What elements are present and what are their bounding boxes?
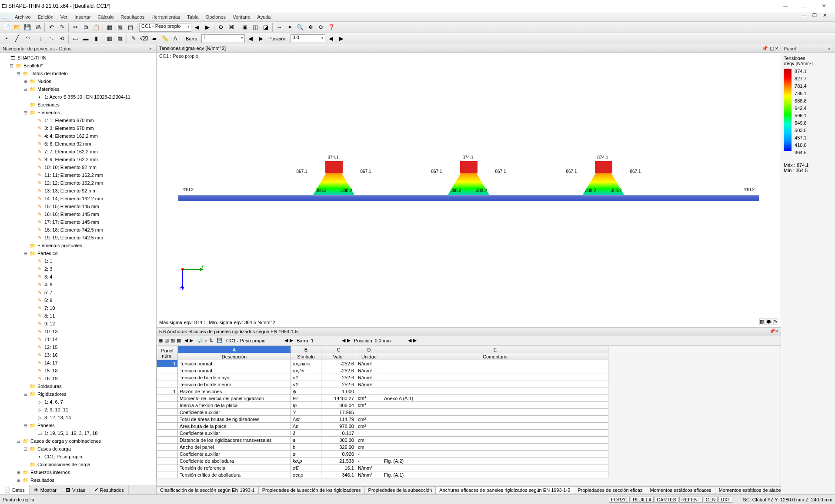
tree-casos-carga[interactable]: ⊟📁Casos de carga bbox=[0, 445, 156, 453]
tbl-barra-combo[interactable]: Barra: 1 bbox=[297, 338, 340, 343]
section-icon[interactable]: ▭ bbox=[70, 34, 80, 43]
table-row[interactable]: Tensión de borde mayorσ1252.6N/mm² bbox=[157, 374, 608, 381]
tbl-nav1-icon[interactable]: ▦ bbox=[158, 338, 163, 343]
tree-elem-13[interactable]: ✎17: 17; Elemento 145 mm bbox=[0, 218, 156, 226]
tree-rigid-1[interactable]: ▷2: 9, 10, 11 bbox=[0, 406, 156, 414]
tree-materiales[interactable]: ⊟📁Materiales bbox=[0, 85, 156, 93]
tree-parte-7[interactable]: ✎8: 11 bbox=[0, 312, 156, 320]
table-row[interactable]: Inercia a flexión de la placaIp806.04cm⁴ bbox=[157, 402, 608, 409]
close-button[interactable]: ✕ bbox=[814, 0, 833, 12]
tbl-nav4-icon[interactable]: ▩ bbox=[177, 338, 181, 343]
tree-soldaduras[interactable]: 📁Soldaduras bbox=[0, 382, 156, 390]
grid-icon[interactable]: ▦ bbox=[105, 23, 114, 32]
tree-partes[interactable]: ⊟📁Partes c/t bbox=[0, 249, 156, 257]
node-icon[interactable]: • bbox=[2, 34, 11, 43]
undo-icon[interactable]: ↶ bbox=[47, 23, 56, 32]
calc-icon[interactable]: ⚙ bbox=[216, 23, 226, 32]
status-chip-cartes[interactable]: CARTES bbox=[655, 497, 678, 503]
text-icon[interactable]: A bbox=[170, 34, 180, 43]
tree-parte-13[interactable]: ✎14: 17 bbox=[0, 359, 156, 367]
tbl-barra-prev-icon[interactable]: ◀ bbox=[342, 338, 345, 343]
navigator-close-icon[interactable]: × bbox=[147, 46, 154, 51]
view1-icon[interactable]: ▣ bbox=[240, 23, 250, 32]
view2-icon[interactable]: ◫ bbox=[250, 23, 260, 32]
vp-tool1-icon[interactable]: ▦ bbox=[759, 318, 765, 325]
status-chip-refent[interactable]: REFENT bbox=[679, 497, 703, 503]
view3-icon[interactable]: ◪ bbox=[261, 23, 271, 32]
bottom-tab-0[interactable]: Clasificación de la sección según EN 199… bbox=[156, 486, 259, 494]
tbl-prev-icon[interactable]: ◀ bbox=[184, 338, 188, 343]
fill-icon[interactable]: ▰ bbox=[150, 34, 159, 43]
mdi-close[interactable]: ✕ bbox=[823, 13, 833, 21]
table-row[interactable]: Coeficiente auxiliarY17.965- bbox=[157, 409, 608, 416]
table-row[interactable]: Área bruta de la placaAp978.00cm² bbox=[157, 423, 608, 430]
tree-rigid[interactable]: ⊟📁Rigidizadores bbox=[0, 390, 156, 398]
menu-edición[interactable]: Edición bbox=[34, 13, 57, 20]
dim-icon[interactable]: ↔ bbox=[274, 23, 284, 32]
minimize-button[interactable]: — bbox=[776, 0, 795, 12]
tree-elem-5[interactable]: ✎9: 9; Elemento 162.2 mm bbox=[0, 156, 156, 163]
tree-elem-8[interactable]: ✎12: 12; Elemento 162.2 mm bbox=[0, 179, 156, 187]
vp-tool2-icon[interactable]: ⬢ bbox=[766, 318, 772, 325]
tree-elem-14[interactable]: ✎18: 18; Elemento 742.5 mm bbox=[0, 226, 156, 234]
tree-elem-2[interactable]: ✎4: 4; Elemento 162.2 mm bbox=[0, 132, 156, 140]
tree-elem-15[interactable]: ✎19: 19; Elemento 742.5 mm bbox=[0, 234, 156, 242]
bottom-tab-4[interactable]: Propiedades de sección eficaz bbox=[574, 486, 646, 494]
right-panel-close-icon[interactable]: × bbox=[826, 46, 832, 51]
tree-parte-11[interactable]: ✎12: 15 bbox=[0, 343, 156, 351]
tree-modelo[interactable]: ⊟📁Datos del modelo bbox=[0, 70, 156, 77]
tree-parte-3[interactable]: ✎4: 6 bbox=[0, 281, 156, 288]
pos-prev-icon[interactable]: ◀ bbox=[326, 34, 336, 43]
panel-icon[interactable]: ▤ bbox=[126, 23, 135, 32]
tree-root[interactable]: 🗔SHAPE-THIN bbox=[0, 54, 156, 62]
status-chip-dxf[interactable]: DXF bbox=[718, 497, 732, 503]
results-table-wrap[interactable]: Panel núm.ABCDEDescripciónSímboloValorUn… bbox=[157, 346, 781, 485]
tree-resultados-n[interactable]: ⊞📁Resultados bbox=[0, 476, 156, 484]
tbl-nav2-icon[interactable]: ▧ bbox=[164, 338, 169, 343]
table-row[interactable]: Coeficiente auxiliarδ0.117- bbox=[157, 430, 608, 437]
tree-elem-1[interactable]: ✎3: 3; Elemento 670 mm bbox=[0, 124, 156, 132]
tab-vistas[interactable]: 🖼Vistas bbox=[61, 485, 90, 494]
tree-parte-9[interactable]: ✎10: 13 bbox=[0, 328, 156, 335]
tree-casos[interactable]: ⊟📁Casos de carga y combinaciones bbox=[0, 437, 156, 445]
tree-parte-1[interactable]: ✎2: 3 bbox=[0, 265, 156, 273]
tbl-nav3-icon[interactable]: ▨ bbox=[170, 338, 175, 343]
tbl-pos-next-icon[interactable]: ▶ bbox=[413, 338, 417, 343]
elem-icon[interactable]: ▬ bbox=[81, 34, 90, 43]
tree-elem-0[interactable]: ✎1: 1; Elemento 670 mm bbox=[0, 116, 156, 124]
tab-resultados[interactable]: ✔Resultados bbox=[90, 485, 129, 494]
tree-elem-6[interactable]: ✎10: 10; Elemento 92 mm bbox=[0, 163, 156, 171]
status-chip-forzc[interactable]: FORZC bbox=[609, 497, 630, 503]
pos-next-icon[interactable]: ▶ bbox=[337, 34, 346, 43]
table-row[interactable]: Momento de inercia del panel rigidizadoI… bbox=[157, 395, 608, 402]
tab-datos[interactable]: 📄Datos bbox=[0, 485, 30, 494]
tree-elem-10[interactable]: ✎14: 14; Elemento 162.2 mm bbox=[0, 195, 156, 202]
table-row[interactable]: Coeficiente auxiliarα0.920- bbox=[157, 451, 608, 458]
vp-pin-icon[interactable]: 📌 bbox=[762, 46, 768, 51]
tbl-sort-icon[interactable]: ⇅ bbox=[209, 338, 213, 343]
tree-elem-7[interactable]: ✎11: 11; Elemento 162.2 mm bbox=[0, 171, 156, 179]
menu-resultados[interactable]: Resultados bbox=[117, 13, 148, 20]
tbl-next-icon[interactable]: ▶ bbox=[190, 338, 193, 343]
tree-rigid-0[interactable]: ▷1: 4, 6, 7 bbox=[0, 398, 156, 406]
tbl-close-icon[interactable]: × bbox=[775, 328, 778, 334]
table-row[interactable]: Total de áreas brutas de rigidizadoresAs… bbox=[157, 416, 608, 423]
tree-elem-11[interactable]: ✎15: 15; Elemento 145 mm bbox=[0, 202, 156, 210]
table-row[interactable]: 1Razón de tensionesψ1.000- bbox=[157, 388, 608, 395]
barra-prev-icon[interactable]: ◀ bbox=[246, 34, 255, 43]
tree-elem-4[interactable]: ✎7: 7; Elemento 162.2 mm bbox=[0, 148, 156, 156]
zoom-icon[interactable]: 🔍 bbox=[295, 23, 305, 32]
menu-ver[interactable]: Ver bbox=[57, 13, 71, 20]
table-row[interactable]: Distancia de los rigidizadores transvers… bbox=[157, 437, 608, 444]
tbl-pos-combo[interactable]: Posición: 0.0 mm bbox=[354, 338, 406, 343]
barra-combo[interactable]: 1 bbox=[201, 34, 245, 43]
tree-material-1[interactable]: ▪1: Acero S 355 J0 | EN 10025-2:2004-11 bbox=[0, 93, 156, 101]
tree-parte-12[interactable]: ✎13: 16 bbox=[0, 351, 156, 359]
tree-panel-0[interactable]: ▭1: 19, 15, 1, 16, 3, 17, 18 bbox=[0, 429, 156, 437]
tbl-pin-icon[interactable]: 📌 bbox=[769, 328, 775, 334]
loadcase-combo[interactable]: CC1 - Peso propio bbox=[139, 23, 191, 32]
cut-icon[interactable]: ✂ bbox=[70, 23, 80, 32]
axis-icon[interactable]: ✦ bbox=[285, 23, 294, 32]
tree-comb[interactable]: 📁Combinaciones de carga bbox=[0, 461, 156, 468]
menu-cálculo[interactable]: Cálculo bbox=[94, 13, 117, 20]
